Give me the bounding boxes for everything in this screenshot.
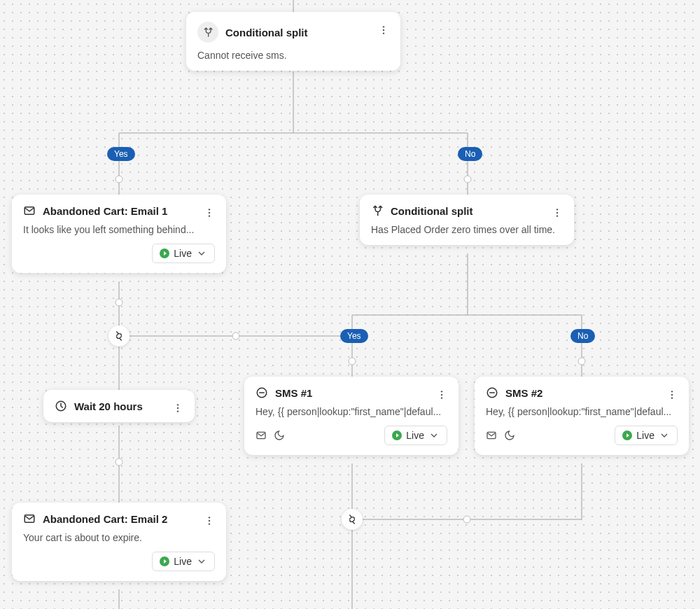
svg-point-20 (177, 407, 178, 409)
svg-point-15 (556, 209, 558, 210)
merge-node[interactable] (108, 326, 130, 346)
svg-point-32 (671, 397, 673, 398)
node-conditional-split-2[interactable]: Conditional split Has Placed Order zero … (360, 195, 574, 245)
badge-yes: Yes (340, 329, 368, 343)
node-title: Abandoned Cart: Email 2 (43, 513, 167, 525)
chevron-down-icon (196, 248, 207, 259)
svg-point-35 (209, 517, 210, 518)
node-wait[interactable]: Wait 20 hours (43, 390, 195, 422)
node-description: Cannot receive sms. (197, 50, 389, 61)
node-description: Your cart is about to expire. (23, 532, 215, 543)
quiet-hours-icon (504, 430, 515, 441)
chevron-down-icon (196, 556, 207, 567)
conditional-icon (197, 22, 218, 43)
node-title: SMS #2 (505, 387, 542, 399)
merge-icon (113, 330, 125, 342)
svg-point-10 (383, 32, 384, 34)
node-sms-2[interactable]: SMS #2 Hey, {{ person|lookup:"first_name… (475, 377, 689, 455)
svg-point-24 (441, 391, 442, 392)
status-label: Live (174, 248, 192, 259)
quiet-hours-icon (274, 430, 285, 441)
play-icon (622, 430, 632, 440)
clock-icon (55, 400, 67, 412)
svg-point-0 (115, 176, 122, 183)
kebab-icon (666, 389, 678, 400)
kebab-icon (436, 389, 447, 400)
kebab-icon (552, 207, 563, 218)
kebab-icon (204, 207, 215, 218)
chevron-down-icon (659, 430, 670, 441)
svg-point-13 (209, 212, 210, 214)
svg-point-19 (177, 404, 178, 405)
play-icon (392, 430, 402, 440)
svg-point-17 (556, 215, 558, 216)
node-title: Abandoned Cart: Email 1 (43, 205, 167, 217)
email-icon (23, 204, 36, 217)
node-menu-button[interactable] (433, 386, 450, 403)
node-menu-button[interactable] (375, 22, 392, 38)
sms-icon (486, 386, 498, 399)
status-dropdown[interactable]: Live (615, 426, 678, 445)
svg-point-37 (209, 523, 210, 524)
svg-point-8 (383, 26, 384, 27)
svg-point-3 (349, 358, 356, 365)
svg-point-30 (671, 391, 673, 392)
status-dropdown[interactable]: Live (152, 552, 215, 571)
kebab-icon (378, 24, 389, 36)
svg-point-2 (115, 299, 122, 306)
node-menu-button[interactable] (201, 204, 218, 221)
node-email-1[interactable]: Abandoned Cart: Email 1 It looks like yo… (12, 195, 226, 273)
badge-no: No (458, 147, 482, 161)
status-dropdown[interactable]: Live (384, 426, 447, 445)
svg-point-31 (671, 394, 673, 396)
node-description: It looks like you left something behind.… (23, 224, 215, 235)
kebab-icon (172, 402, 183, 414)
play-icon (160, 248, 169, 258)
merge-node[interactable] (342, 509, 363, 530)
flow-canvas[interactable]: Yes No Yes No Conditional split Cannot r… (0, 0, 700, 609)
message-icon (255, 430, 267, 441)
node-menu-button[interactable] (169, 400, 186, 416)
svg-point-5 (232, 332, 239, 340)
message-icon (486, 430, 497, 441)
play-icon (160, 556, 169, 566)
svg-point-36 (209, 520, 210, 522)
svg-point-9 (383, 29, 384, 31)
svg-point-1 (464, 176, 471, 183)
status-label: Live (174, 556, 192, 567)
node-title: Wait 20 hours (74, 400, 143, 412)
svg-point-25 (441, 394, 442, 396)
badge-yes: Yes (107, 147, 135, 161)
sms-icon (255, 386, 268, 399)
status-dropdown[interactable]: Live (152, 244, 215, 263)
svg-point-16 (556, 212, 558, 214)
svg-point-12 (209, 209, 210, 210)
svg-point-4 (578, 358, 585, 365)
node-menu-button[interactable] (549, 204, 566, 221)
svg-point-14 (209, 215, 210, 216)
status-label: Live (636, 430, 654, 441)
chevron-down-icon (428, 430, 440, 441)
node-menu-button[interactable] (664, 386, 680, 403)
svg-point-26 (441, 397, 442, 398)
node-title: Conditional split (225, 27, 308, 38)
node-description: Has Placed Order zero times over all tim… (371, 224, 563, 235)
node-description: Hey, {{ person|lookup:"first_name"|defau… (486, 406, 678, 417)
svg-point-6 (115, 458, 122, 465)
svg-point-7 (463, 516, 470, 523)
badge-no: No (570, 329, 595, 343)
node-menu-button[interactable] (201, 512, 218, 529)
merge-icon (346, 514, 358, 525)
conditional-icon (371, 204, 384, 217)
kebab-icon (204, 515, 215, 526)
node-sms-1[interactable]: SMS #1 Hey, {{ person|lookup:"first_name… (244, 377, 458, 455)
node-title: Conditional split (391, 205, 473, 217)
node-email-2[interactable]: Abandoned Cart: Email 2 Your cart is abo… (12, 503, 226, 581)
email-icon (23, 512, 36, 525)
svg-point-21 (177, 410, 178, 412)
node-description: Hey, {{ person|lookup:"first_name"|defau… (255, 406, 447, 417)
node-title: SMS #1 (275, 387, 312, 399)
status-label: Live (406, 430, 424, 441)
node-conditional-split-root[interactable]: Conditional split Cannot receive sms. (186, 12, 400, 71)
